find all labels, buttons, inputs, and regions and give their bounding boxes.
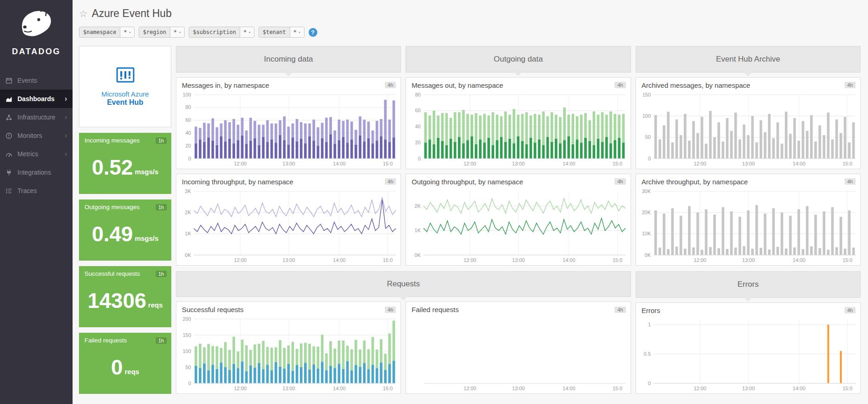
timeframe-badge: 1h bbox=[156, 137, 167, 144]
chevron-right-icon: › bbox=[65, 131, 67, 140]
group-errors: Errors Errors 4h 12:0013:0014:0015:000.5… bbox=[636, 271, 861, 394]
chart-plot-area[interactable]: 12:0013:0014:0015:0020406080 bbox=[406, 90, 630, 169]
chart-plot-area[interactable]: 12:0013:0014:0015:0020406080100 bbox=[176, 90, 400, 169]
timeframe-badge: 4h bbox=[845, 82, 856, 88]
timeframe-badge: 4h bbox=[614, 307, 626, 313]
chart-plot-area[interactable]: 12:0013:0014:0015:0 bbox=[406, 314, 630, 393]
sidebar-item-label: Integrations bbox=[17, 169, 51, 176]
page-header: ☆ Azure Event Hub $namespace *▾ $region … bbox=[73, 0, 868, 39]
svg-text:13:00: 13:00 bbox=[512, 257, 525, 263]
template-var-name: $tenant bbox=[259, 27, 290, 37]
query-value-successful-requests: Successful requests 1h 14306reqs bbox=[79, 266, 171, 327]
azure-event-hub-icon bbox=[115, 67, 135, 85]
template-var-namespace[interactable]: $namespace *▾ bbox=[79, 27, 135, 38]
chart-plot-area[interactable]: 12:0013:0014:0015:00K1K2K bbox=[406, 187, 630, 265]
sidebar-item-dashboards[interactable]: Dashboards › bbox=[0, 90, 73, 108]
svg-text:20: 20 bbox=[186, 142, 191, 148]
svg-text:14:00: 14:00 bbox=[333, 386, 346, 391]
template-var-tenant[interactable]: $tenant *▾ bbox=[259, 27, 304, 38]
template-var-value: * bbox=[124, 29, 127, 35]
svg-text:13:00: 13:00 bbox=[512, 386, 525, 391]
timeframe-badge: 4h bbox=[385, 82, 396, 88]
group-header-outgoing-data[interactable]: Outgoing data bbox=[406, 46, 631, 73]
left-widget-column: Microsoft Azure Event Hub Incoming messa… bbox=[79, 46, 171, 394]
sidebar-item-monitors[interactable]: Monitors › bbox=[0, 126, 73, 145]
chart-failed-requests: Failed requests 4h 12:0013:0014:0015:0 bbox=[406, 302, 631, 394]
svg-text:60: 60 bbox=[186, 117, 191, 123]
template-var-name: $namespace bbox=[79, 27, 120, 37]
svg-text:14:00: 14:00 bbox=[793, 161, 806, 166]
help-icon[interactable]: ? bbox=[309, 28, 317, 37]
svg-text:12:00: 12:00 bbox=[693, 386, 706, 391]
chevron-right-icon: › bbox=[65, 113, 67, 121]
favorite-star-icon[interactable]: ☆ bbox=[79, 9, 88, 18]
svg-text:12:00: 12:00 bbox=[234, 257, 247, 263]
svg-text:50: 50 bbox=[186, 364, 191, 370]
query-value-number: 0.49 bbox=[92, 223, 133, 245]
query-value-unit: reqs bbox=[124, 368, 139, 378]
query-value-unit: msgs/s bbox=[135, 168, 158, 178]
svg-text:14:00: 14:00 bbox=[793, 257, 806, 263]
svg-text:0: 0 bbox=[188, 155, 191, 161]
group-header-errors[interactable]: Errors bbox=[636, 271, 861, 298]
datadog-logo[interactable]: DATADOG bbox=[0, 0, 73, 59]
query-value-label: Successful requests bbox=[85, 270, 140, 277]
sidebar-item-metrics[interactable]: Metrics › bbox=[0, 145, 73, 163]
chart-title: Errors bbox=[642, 307, 660, 314]
chart-plot-area[interactable]: 12:0013:0014:0015:000.51 bbox=[636, 315, 860, 393]
sidebar-item-infrastructure[interactable]: Infrastructure › bbox=[0, 108, 73, 126]
svg-text:12:00: 12:00 bbox=[693, 161, 706, 166]
svg-text:13:00: 13:00 bbox=[282, 161, 295, 166]
infrastructure-icon bbox=[6, 114, 13, 121]
chart-plot-area[interactable]: 12:0013:0014:0015:0050100150 bbox=[636, 90, 860, 169]
query-value-number: 14306 bbox=[88, 290, 147, 311]
svg-text:15:0: 15:0 bbox=[613, 257, 622, 263]
sidebar-nav: Events › Dashboards › Infrastructure › M… bbox=[0, 71, 73, 200]
svg-text:0.5: 0.5 bbox=[643, 351, 650, 356]
group-header-incoming-data[interactable]: Incoming data bbox=[176, 46, 401, 73]
svg-text:40: 40 bbox=[186, 130, 191, 136]
query-value-incoming-messages: Incoming messages 1h 0.52msgs/s bbox=[79, 133, 171, 194]
chevron-right-icon: › bbox=[65, 150, 67, 158]
svg-text:14:00: 14:00 bbox=[563, 386, 575, 391]
svg-text:12:00: 12:00 bbox=[234, 386, 247, 391]
svg-text:30K: 30K bbox=[642, 188, 651, 193]
chart-plot-area[interactable]: 12:0013:0014:0015:0050100150200 bbox=[176, 314, 400, 393]
template-var-subscription[interactable]: $subscription *▾ bbox=[189, 27, 254, 38]
svg-text:14:00: 14:00 bbox=[563, 257, 575, 263]
svg-text:3K: 3K bbox=[185, 188, 192, 193]
sidebar-item-integrations[interactable]: Integrations › bbox=[0, 163, 73, 182]
group-notch bbox=[399, 296, 407, 301]
svg-text:0: 0 bbox=[648, 155, 651, 161]
template-var-region[interactable]: $region *▾ bbox=[139, 27, 185, 38]
group-header-requests[interactable]: Requests bbox=[176, 271, 631, 297]
sidebar-item-events[interactable]: Events › bbox=[0, 71, 73, 90]
svg-text:13:00: 13:00 bbox=[742, 161, 755, 166]
group-header-event-hub-archive[interactable]: Event Hub Archive bbox=[636, 46, 861, 73]
sidebar-item-traces[interactable]: Traces › bbox=[0, 182, 73, 200]
svg-text:14:00: 14:00 bbox=[563, 161, 575, 166]
timeframe-badge: 4h bbox=[614, 178, 626, 185]
chart-messages-out: Messages out, by namespace 4h 12:0013:00… bbox=[406, 77, 631, 169]
caret-down-icon: ▾ bbox=[179, 30, 181, 34]
query-value-failed-requests: Failed requests 1h 0reqs bbox=[79, 333, 171, 394]
svg-text:50: 50 bbox=[645, 134, 650, 140]
chart-incoming-throughput: Incoming throughput, by namespace 4h 12:… bbox=[176, 174, 401, 266]
sidebar: DATADOG Events › Dashboards › Infrastruc… bbox=[0, 0, 73, 404]
sidebar-item-label: Traces bbox=[17, 187, 37, 194]
query-value-unit: msgs/s bbox=[135, 234, 158, 245]
svg-text:0: 0 bbox=[188, 381, 191, 386]
datadog-wordmark: DATADOG bbox=[0, 47, 73, 57]
group-outgoing-data: Outgoing data Messages out, by namespace… bbox=[406, 46, 631, 266]
chart-plot-area[interactable]: 12:0013:0014:0015:00K1K2K3K bbox=[176, 187, 400, 265]
svg-text:15:0: 15:0 bbox=[383, 386, 393, 391]
sidebar-item-label: Metrics bbox=[17, 150, 38, 158]
svg-text:13:00: 13:00 bbox=[742, 386, 755, 391]
svg-text:0K: 0K bbox=[644, 252, 651, 257]
timeframe-badge: 4h bbox=[845, 178, 856, 185]
group-notch bbox=[514, 72, 522, 76]
chart-errors: Errors 4h 12:0013:0014:0015:000.51 bbox=[636, 302, 861, 394]
chart-successful-requests: Successful requests 4h 12:0013:0014:0015… bbox=[176, 302, 401, 394]
template-var-value: * bbox=[243, 29, 247, 35]
chart-plot-area[interactable]: 12:0013:0014:0015:00K10K20K30K bbox=[636, 187, 860, 265]
